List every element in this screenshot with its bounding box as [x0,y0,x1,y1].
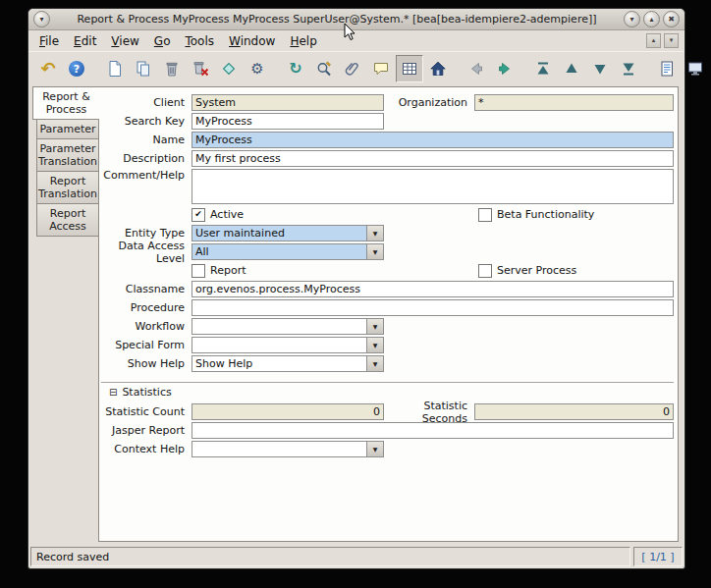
chat-button[interactable] [367,55,395,82]
comment-help-label: Comment/Help [101,169,191,182]
form-row: Jasper Report [101,421,674,440]
jasper-report-label: Jasper Report [101,424,191,437]
procedure-label: Procedure [101,301,191,314]
workflow-combo[interactable]: ▼ [191,318,384,335]
multi-row-toggle-button[interactable] [396,55,423,82]
tab-parameter[interactable]: Parameter [36,119,99,139]
copy-record-button[interactable] [130,55,157,82]
back-arrow-icon [467,60,485,78]
window-menu-button[interactable]: ▾ [33,11,50,27]
tab-report-access[interactable]: Report Access [36,203,99,237]
mouse-cursor [344,23,356,45]
search-key-label: Search Key [101,115,191,128]
statistics-group-header[interactable]: ⊟ Statistics [101,382,674,400]
entity-type-value: User maintained [192,226,366,241]
server-process-checkbox[interactable] [478,264,492,278]
delete-selection-icon [191,60,209,78]
report-button[interactable] [653,55,681,82]
form-panel: Client System Organization * Search Key … [98,86,679,542]
preference-button[interactable]: ⚙ [244,55,271,82]
home-button[interactable] [424,55,452,82]
menu-overflow-up-icon[interactable]: ▴ [646,33,661,48]
beta-functionality-checkbox[interactable] [478,208,492,222]
form-row: Name MyProcess [101,131,674,149]
next-record-button[interactable] [586,55,614,82]
statusbar: Record saved [ 1/1 ] [28,546,684,568]
find-icon [315,60,333,78]
procedure-field[interactable] [191,299,674,316]
attachment-button[interactable] [339,55,366,82]
report-checkbox[interactable] [191,264,205,278]
entity-type-combo[interactable]: User maintained ▼ [191,225,384,241]
dropdown-arrow-icon[interactable]: ▼ [366,442,383,456]
menu-window[interactable]: Window [222,32,282,50]
archive-icon [686,60,704,78]
dropdown-arrow-icon[interactable]: ▼ [366,356,383,371]
show-help-value: Show Help [192,356,366,371]
status-message: Record saved [30,547,630,566]
dropdown-arrow-icon[interactable]: ▼ [366,244,383,259]
last-record-button[interactable] [615,55,642,82]
menu-file[interactable]: File [32,32,66,50]
previous-record-icon [563,60,580,78]
maximize-icon: ▴ [649,16,653,24]
forward-button[interactable] [491,55,519,82]
dropdown-arrow-icon[interactable]: ▼ [366,319,383,334]
delete-selection-button[interactable] [187,55,214,82]
form-row: Special Form ▼ [101,336,674,354]
active-checkbox[interactable]: ✔ [191,208,205,222]
app-window: ▾ Report & Process MyProcess MyProcess S… [27,8,685,569]
next-record-icon [591,60,609,78]
menu-tools[interactable]: Tools [178,32,221,50]
refresh-button[interactable]: ↻ [282,55,309,82]
description-field[interactable]: My first process [191,150,674,167]
tab-report-process[interactable]: Report & Process [32,86,99,120]
undo-icon: ↶ [40,60,55,78]
menu-edit[interactable]: Edit [67,32,103,50]
help-button[interactable]: ? [63,55,90,82]
save-icon [220,60,238,78]
classname-label: Classname [101,283,191,295]
new-record-button[interactable] [101,55,129,82]
active-checkbox-group: ✔ Active [191,208,478,222]
context-help-combo[interactable]: ▼ [191,441,384,457]
show-help-combo[interactable]: Show Help ▼ [191,355,384,372]
tab-parameter-translation[interactable]: Parameter Translation [36,138,99,172]
close-icon: ✖ [668,16,675,24]
form-row: Show Help Show Help ▼ [101,354,674,373]
minimize-button[interactable]: ▾ [624,11,640,27]
search-key-field[interactable]: MyProcess [191,113,384,130]
menu-overflow-down-icon[interactable]: ▾ [664,33,679,48]
name-label: Name [101,134,191,146]
menu-go[interactable]: Go [147,32,178,50]
dropdown-arrow-icon[interactable]: ▼ [366,338,383,352]
classname-field[interactable]: org.evenos.process.MyProcess [191,281,674,297]
archive-button[interactable] [682,55,709,82]
special-form-label: Special Form [101,339,191,351]
help-icon: ? [69,61,84,77]
collapse-icon[interactable]: ⊟ [109,388,117,398]
close-button[interactable]: ✖ [663,11,680,27]
save-button[interactable] [215,55,243,82]
menu-help[interactable]: Help [283,32,323,50]
form-row: Comment/Help [101,168,674,205]
delete-record-button[interactable] [158,55,186,82]
tab-report-translation[interactable]: Report Translation [36,171,99,204]
jasper-report-field[interactable] [191,422,674,439]
first-record-button[interactable] [529,55,557,82]
report-label: Report [210,264,246,277]
name-field[interactable]: MyProcess [191,132,674,148]
undo-button[interactable]: ↶ [34,55,62,82]
comment-help-field[interactable] [191,169,674,204]
data-access-level-combo[interactable]: All ▼ [191,243,384,260]
special-form-combo[interactable]: ▼ [191,337,384,353]
description-label: Description [101,152,191,165]
form-row: Classname org.evenos.process.MyProcess [101,280,674,298]
find-button[interactable] [310,55,338,82]
back-button[interactable] [463,55,490,82]
previous-record-button[interactable] [558,55,585,82]
menu-view[interactable]: View [104,32,145,50]
maximize-button[interactable]: ▴ [643,11,660,27]
titlebar[interactable]: ▾ Report & Process MyProcess MyProcess S… [28,9,684,30]
dropdown-arrow-icon[interactable]: ▼ [366,226,383,241]
